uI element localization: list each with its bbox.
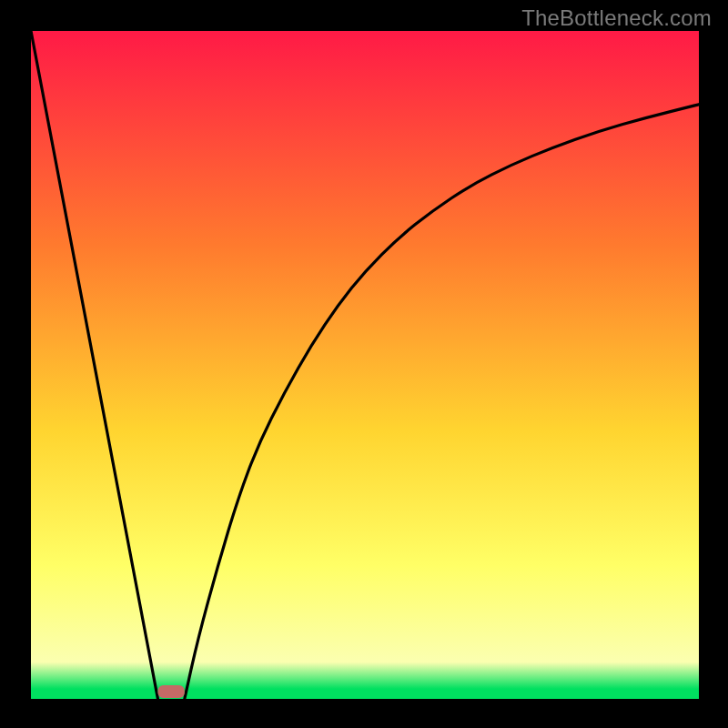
watermark-text: TheBottleneck.com xyxy=(521,5,712,31)
plot-area xyxy=(31,31,699,699)
chart-frame: TheBottleneck.com xyxy=(0,0,728,728)
bottom-marker xyxy=(157,685,184,698)
plot-svg xyxy=(31,31,699,699)
